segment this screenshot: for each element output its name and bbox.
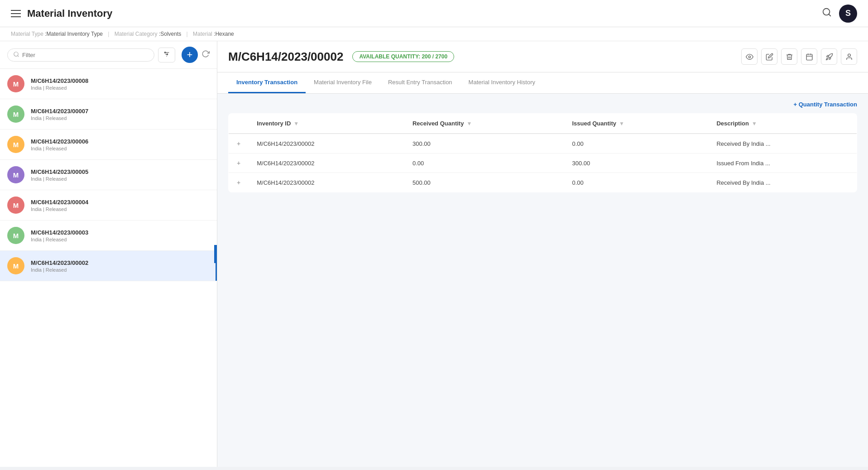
- svg-point-14: [848, 54, 850, 57]
- filter-input[interactable]: [22, 52, 149, 58]
- delete-button[interactable]: [781, 48, 797, 65]
- item-meta: India | Released: [31, 206, 210, 212]
- main-layout: + M M/C6H14/2023/00008 India | Released …: [0, 41, 868, 467]
- expand-plus-icon[interactable]: +: [237, 140, 240, 147]
- col-filter-icon[interactable]: ▼: [752, 120, 757, 127]
- row-received-quantity: 500.00: [404, 173, 564, 192]
- hamburger-menu-icon[interactable]: [11, 10, 21, 17]
- table-col-header-2: Issued Quantity ▼: [564, 114, 708, 134]
- calendar-button[interactable]: [801, 48, 817, 65]
- quantity-transaction-button[interactable]: + Quantity Transaction: [793, 101, 857, 108]
- detail-title: M/C6H14/2023/00002: [228, 50, 343, 64]
- item-id: M/C6H14/2023/00008: [31, 77, 210, 84]
- sidebar-item[interactable]: M M/C6H14/2023/00002 India | Released: [0, 251, 217, 281]
- col-label: Issued Quantity: [572, 120, 616, 127]
- table-area: + Quantity Transaction Inventory ID ▼ Re…: [217, 94, 868, 467]
- row-inventory-id: M/C6H14/2023/00002: [249, 153, 404, 173]
- detail-header: M/C6H14/2023/00002 AVAILABLE QUANTITY: 2…: [217, 41, 868, 72]
- sidebar-item[interactable]: M M/C6H14/2023/00008 India | Released: [0, 69, 217, 99]
- edit-button[interactable]: [761, 48, 777, 65]
- sidebar-collapse-button[interactable]: <: [214, 245, 217, 263]
- svg-point-2: [14, 52, 18, 56]
- row-expand-cell[interactable]: +: [229, 173, 249, 192]
- item-avatar: M: [7, 136, 24, 153]
- item-avatar: M: [7, 106, 24, 123]
- col-label: Description: [716, 120, 749, 127]
- item-id: M/C6H14/2023/00004: [31, 199, 210, 206]
- expand-plus-icon[interactable]: +: [237, 159, 240, 167]
- item-avatar: M: [7, 75, 24, 92]
- row-expand-cell[interactable]: +: [229, 134, 249, 153]
- row-description: Issued From India ...: [708, 153, 857, 173]
- table-body: + M/C6H14/2023/00002 300.00 0.00 Receive…: [229, 134, 857, 192]
- inventory-table: Inventory ID ▼ Received Quantity ▼ Issue…: [228, 113, 857, 192]
- tab-item-0[interactable]: Inventory Transaction: [228, 72, 306, 93]
- svg-point-7: [164, 52, 166, 53]
- item-avatar: M: [7, 197, 24, 214]
- item-meta: India | Released: [31, 267, 210, 273]
- col-filter-icon[interactable]: ▼: [293, 120, 299, 127]
- top-header: Material Inventory S: [0, 0, 868, 27]
- sidebar-item[interactable]: M M/C6H14/2023/00005 India | Released: [0, 160, 217, 190]
- breadcrumb-material-label: Material: [193, 31, 212, 37]
- sidebar-list: M M/C6H14/2023/00008 India | Released M …: [0, 69, 217, 467]
- item-meta: India | Released: [31, 237, 210, 242]
- item-id: M/C6H14/2023/00002: [31, 259, 210, 266]
- detail-header-left: M/C6H14/2023/00002 AVAILABLE QUANTITY: 2…: [228, 50, 454, 64]
- svg-point-9: [748, 56, 750, 58]
- sidebar-item[interactable]: M M/C6H14/2023/00004 India | Released: [0, 190, 217, 221]
- item-id: M/C6H14/2023/00003: [31, 229, 210, 236]
- svg-line-1: [829, 14, 830, 16]
- sidebar-item[interactable]: M M/C6H14/2023/00006 India | Released: [0, 129, 217, 160]
- tabs-bar: Inventory TransactionMaterial Inventory …: [217, 72, 868, 94]
- view-button[interactable]: [741, 48, 758, 65]
- svg-rect-10: [806, 54, 812, 60]
- table-header-row: Inventory ID ▼ Received Quantity ▼ Issue…: [229, 114, 857, 134]
- rocket-button[interactable]: [821, 48, 837, 65]
- svg-line-3: [18, 55, 19, 57]
- row-inventory-id: M/C6H14/2023/00002: [249, 134, 404, 153]
- search-button[interactable]: [822, 7, 832, 20]
- add-button[interactable]: +: [182, 47, 198, 63]
- app-title: Material Inventory: [27, 8, 112, 19]
- table-col-header-0: Inventory ID ▼: [249, 114, 404, 134]
- row-inventory-id: M/C6H14/2023/00002: [249, 173, 404, 192]
- table-toolbar: + Quantity Transaction: [228, 101, 857, 108]
- table-col-expand: [229, 114, 249, 134]
- user-avatar[interactable]: S: [839, 5, 857, 23]
- row-issued-quantity: 300.00: [564, 153, 708, 173]
- breadcrumb-material-type-label: Material Type: [11, 31, 43, 37]
- header-left: Material Inventory: [11, 8, 112, 19]
- item-avatar: M: [7, 166, 24, 183]
- row-description: Received By India ...: [708, 134, 857, 153]
- breadcrumb-material-type-value: :Material Inventory Type: [45, 31, 103, 37]
- col-filter-icon[interactable]: ▼: [466, 120, 472, 127]
- row-received-quantity: 0.00: [404, 153, 564, 173]
- col-label: Inventory ID: [257, 120, 291, 127]
- refresh-button[interactable]: [201, 50, 210, 60]
- row-expand-cell[interactable]: +: [229, 153, 249, 173]
- col-filter-icon[interactable]: ▼: [619, 120, 624, 127]
- svg-point-8: [167, 53, 168, 55]
- item-meta: India | Released: [31, 85, 210, 91]
- tab-item-2[interactable]: Result Entry Transaction: [380, 72, 460, 93]
- tab-item-3[interactable]: Material Inventory History: [460, 72, 543, 93]
- table-col-header-3: Description ▼: [708, 114, 857, 134]
- sidebar-item[interactable]: M M/C6H14/2023/00003 India | Released: [0, 221, 217, 251]
- sidebar-item[interactable]: M M/C6H14/2023/00007 India | Released: [0, 99, 217, 129]
- tab-item-1[interactable]: Material Inventory File: [306, 72, 380, 93]
- filter-search-icon: [13, 51, 19, 59]
- table-row: + M/C6H14/2023/00002 0.00 300.00 Issued …: [229, 153, 857, 173]
- expand-plus-icon[interactable]: +: [237, 179, 240, 186]
- col-label: Received Quantity: [412, 120, 464, 127]
- detail-actions: [741, 48, 857, 65]
- item-id: M/C6H14/2023/00006: [31, 138, 210, 145]
- header-right: S: [822, 5, 857, 23]
- row-received-quantity: 300.00: [404, 134, 564, 153]
- item-avatar: M: [7, 227, 24, 244]
- item-id: M/C6H14/2023/00007: [31, 108, 210, 115]
- person-button[interactable]: [841, 48, 857, 65]
- breadcrumb-material-value: :Hexane: [214, 31, 234, 37]
- filter-settings-button[interactable]: [158, 48, 175, 62]
- breadcrumb-material-category-label: Material Category: [115, 31, 158, 37]
